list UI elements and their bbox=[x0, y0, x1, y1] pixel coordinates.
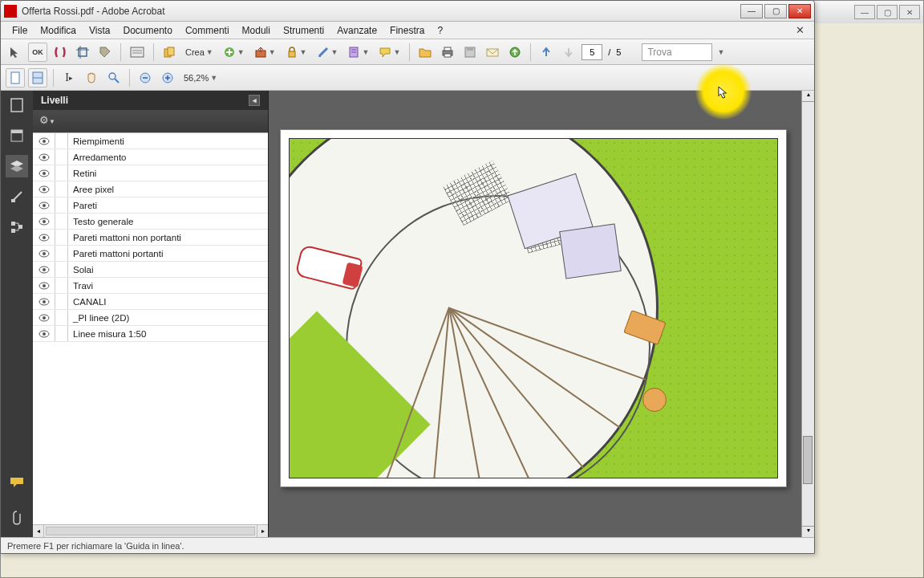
form-tool-button[interactable] bbox=[127, 43, 148, 62]
menu-strumenti[interactable]: Strumenti bbox=[277, 23, 330, 38]
menu-documento[interactable]: Documento bbox=[117, 23, 179, 38]
share-button[interactable] bbox=[505, 43, 525, 62]
find-dropdown-icon[interactable]: ▼ bbox=[717, 48, 724, 56]
sign-button[interactable]: ▼ bbox=[314, 43, 342, 62]
layer-row[interactable]: Arredamento bbox=[33, 149, 268, 165]
eye-icon[interactable] bbox=[33, 149, 55, 165]
minimize-button[interactable]: — bbox=[740, 4, 763, 18]
layers-panel-icon[interactable] bbox=[6, 155, 28, 177]
eye-icon[interactable] bbox=[33, 326, 55, 341]
zoom-in-button[interactable] bbox=[158, 68, 177, 88]
layer-row[interactable]: Pareti mattoni non portanti bbox=[33, 230, 268, 246]
layer-row[interactable]: Pareti mattoni portanti bbox=[33, 246, 268, 262]
layer-row[interactable]: Solai bbox=[33, 262, 268, 278]
menu-file[interactable]: File bbox=[6, 23, 34, 38]
crea-button[interactable]: Crea▼ bbox=[182, 43, 217, 62]
ok-tool-button[interactable]: OK bbox=[28, 43, 47, 62]
panel-collapse-button[interactable]: ◂ bbox=[249, 95, 260, 106]
layer-row[interactable]: Retini bbox=[33, 165, 268, 181]
menu-avanzate[interactable]: Avanzate bbox=[330, 23, 383, 38]
panel-horizontal-scrollbar[interactable]: ◂ ▸ bbox=[33, 524, 268, 537]
bookmarks-panel-icon[interactable] bbox=[6, 124, 28, 147]
crop-tool-button[interactable] bbox=[73, 43, 92, 62]
link-tool-button[interactable] bbox=[51, 43, 70, 62]
eye-icon[interactable] bbox=[33, 246, 55, 261]
outer-close-button[interactable]: ✕ bbox=[899, 5, 920, 19]
layer-row[interactable]: Pareti bbox=[33, 197, 268, 214]
eye-icon[interactable] bbox=[33, 133, 55, 149]
tag-tool-button[interactable] bbox=[95, 43, 115, 62]
eye-icon[interactable] bbox=[33, 165, 55, 181]
comments-panel-icon[interactable] bbox=[6, 471, 28, 494]
text-select-tool[interactable]: I▸ bbox=[59, 68, 79, 88]
svg-point-24 bbox=[109, 73, 116, 79]
svg-rect-21 bbox=[11, 72, 19, 83]
eye-icon[interactable] bbox=[33, 294, 55, 309]
layer-row[interactable]: Testo generale bbox=[33, 214, 268, 230]
zoom-out-button[interactable] bbox=[136, 68, 155, 88]
eye-icon[interactable] bbox=[33, 310, 55, 325]
layer-row[interactable]: Riempimenti bbox=[33, 133, 268, 149]
panel-options-icon[interactable]: ⚙▼ bbox=[39, 114, 54, 128]
forms-button[interactable]: ▼ bbox=[344, 43, 372, 62]
zoom-tool-button[interactable] bbox=[104, 68, 124, 88]
layer-row[interactable]: Linee misura 1:50 bbox=[33, 326, 268, 342]
outer-minimize-button[interactable]: — bbox=[854, 5, 875, 19]
menu-vista[interactable]: Vista bbox=[83, 23, 116, 38]
menubar: File Modifica Vista Documento Commenti M… bbox=[1, 22, 814, 39]
outer-maximize-button[interactable]: ▢ bbox=[877, 5, 898, 19]
document-close-button[interactable]: ✕ bbox=[791, 24, 809, 36]
attachments-panel-icon[interactable] bbox=[6, 507, 28, 529]
continuous-page-button[interactable] bbox=[28, 68, 47, 88]
menu-moduli[interactable]: Moduli bbox=[236, 23, 277, 38]
svg-rect-36 bbox=[11, 229, 15, 233]
page-number-input[interactable]: 5 bbox=[582, 44, 602, 60]
eye-icon[interactable] bbox=[33, 214, 55, 229]
menu-help[interactable]: ? bbox=[431, 23, 449, 38]
svg-point-43 bbox=[43, 172, 46, 175]
layer-row[interactable]: Travi bbox=[33, 278, 268, 294]
svg-point-47 bbox=[43, 204, 46, 207]
close-button[interactable]: ✕ bbox=[788, 4, 811, 18]
comment-button[interactable]: ▼ bbox=[375, 43, 403, 62]
print-button[interactable] bbox=[438, 43, 457, 62]
eye-icon[interactable] bbox=[33, 278, 55, 293]
layer-row[interactable]: _PI linee (2D) bbox=[33, 310, 268, 326]
layer-row[interactable]: Aree pixel bbox=[33, 181, 268, 197]
layer-list: Riempimenti Arredamento Retini Aree pixe… bbox=[33, 132, 268, 524]
next-page-button[interactable] bbox=[559, 43, 578, 62]
hand-tool-button[interactable] bbox=[82, 68, 101, 88]
combine-button[interactable] bbox=[160, 43, 179, 62]
layer-row[interactable]: CANALI bbox=[33, 294, 268, 310]
find-input[interactable]: Trova bbox=[642, 43, 712, 61]
single-page-button[interactable] bbox=[6, 68, 25, 88]
zoom-value[interactable]: 56,2%▼ bbox=[180, 68, 221, 88]
eye-icon[interactable] bbox=[33, 181, 55, 197]
eye-icon[interactable] bbox=[33, 262, 55, 277]
layer-label: Riempimenti bbox=[68, 136, 124, 146]
eye-icon[interactable] bbox=[33, 197, 55, 213]
export-button[interactable]: ▼ bbox=[251, 43, 279, 62]
menu-modifica[interactable]: Modifica bbox=[34, 23, 83, 38]
secure-button[interactable]: ▼ bbox=[282, 43, 310, 62]
pages-panel-icon[interactable] bbox=[6, 94, 28, 116]
document-view[interactable]: ▴ ▾ bbox=[269, 91, 814, 537]
signatures-panel-icon[interactable] bbox=[6, 185, 28, 208]
menu-finestra[interactable]: Finestra bbox=[383, 23, 431, 38]
email-button[interactable] bbox=[483, 43, 502, 62]
add-page-button[interactable]: ▼ bbox=[220, 43, 248, 62]
eye-icon[interactable] bbox=[33, 230, 55, 245]
prev-page-button[interactable] bbox=[537, 43, 556, 62]
svg-point-51 bbox=[43, 236, 46, 239]
model-tree-icon[interactable] bbox=[6, 216, 28, 238]
maximize-button[interactable]: ▢ bbox=[764, 4, 787, 18]
save-button[interactable] bbox=[460, 43, 480, 62]
menu-commenti[interactable]: Commenti bbox=[179, 23, 236, 38]
titlebar: Offerta Rossi.pdf - Adobe Acrobat — ▢ ✕ bbox=[1, 1, 814, 22]
statusbar: Premere F1 per richiamare la 'Guida in l… bbox=[1, 537, 814, 553]
acrobat-app-icon bbox=[4, 5, 17, 18]
vertical-scrollbar[interactable]: ▴ ▾ bbox=[801, 91, 814, 537]
open-button[interactable] bbox=[415, 43, 435, 62]
select-tool-button[interactable] bbox=[6, 43, 25, 62]
content-area: Livelli ◂ ⚙▼ Riempimenti Arredamento Ret… bbox=[1, 91, 814, 537]
